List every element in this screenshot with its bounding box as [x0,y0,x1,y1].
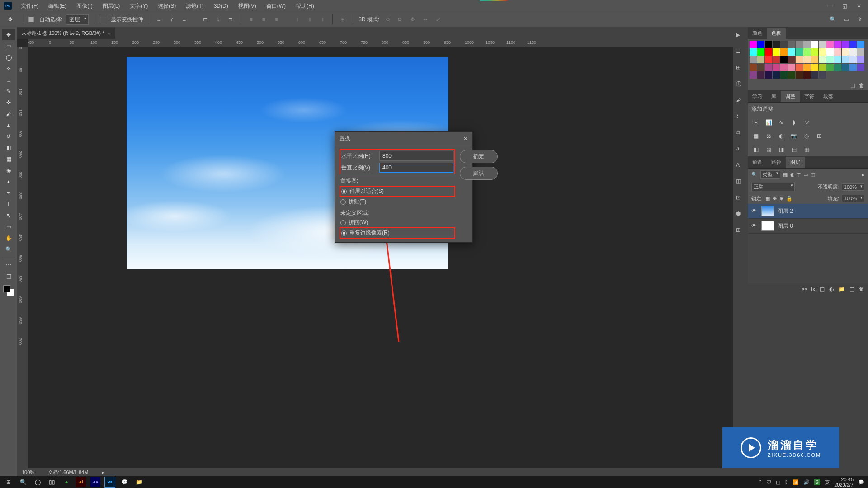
swatch[interactable] [834,41,841,48]
swatch[interactable] [819,48,826,56]
tab-layers[interactable]: 图层 [786,157,805,168]
swatch[interactable] [757,41,764,48]
swatch[interactable] [819,41,826,48]
swatch[interactable] [773,41,780,48]
clone-tool[interactable]: ▲ [2,119,15,131]
history-brush-tool[interactable]: ↺ [2,131,15,142]
swatch[interactable] [842,56,849,63]
paragraph-styles-icon[interactable]: A [736,162,745,171]
quick-mask[interactable]: ◫ [2,270,15,282]
marquee-tool[interactable]: ▭ [2,40,15,52]
swatch[interactable] [757,56,764,63]
filter-adjust-icon[interactable]: ◐ [790,172,795,178]
lock-pixels-icon[interactable]: ▦ [765,196,770,202]
gradient-tool[interactable]: ▦ [2,153,15,164]
search-icon[interactable]: 🔍 [828,15,837,23]
swatch[interactable] [803,56,811,63]
threshold-icon[interactable]: ◨ [777,145,786,154]
menu-image[interactable]: 图像(I) [72,0,97,12]
swatch[interactable] [750,56,757,63]
hue-icon[interactable]: ▦ [751,132,760,140]
notifications-icon[interactable]: 💬 [858,479,864,485]
swatch[interactable] [796,71,803,79]
swatch[interactable] [788,48,795,56]
window-minimize[interactable]: — [825,0,835,11]
swatch[interactable] [834,64,841,71]
3d-orbit-icon[interactable]: ⟲ [383,15,392,23]
radio-wrap[interactable] [340,220,346,225]
3d-slide-icon[interactable]: ↔ [421,15,430,23]
lock-all-icon[interactable]: 🔒 [786,196,793,202]
swatch[interactable] [811,56,818,63]
auto-select-dropdown[interactable]: 图层 [66,14,89,25]
zoom-level[interactable]: 100% [22,469,34,475]
distribute-top-icon[interactable]: ≡ [246,15,255,23]
swatch[interactable] [803,48,811,56]
new-layer-icon[interactable]: ◫ [849,286,854,292]
layer-thumbnail[interactable] [761,221,774,231]
filter-pixel-icon[interactable]: ▦ [783,172,788,178]
close-tab-icon[interactable]: × [108,31,110,36]
ok-button[interactable]: 确定 [460,150,498,163]
swatch[interactable] [811,41,818,48]
filter-toggle[interactable]: ● [861,172,864,178]
info-icon[interactable]: ⓘ [736,80,745,89]
tab-adjustments[interactable]: 调整 [781,91,800,102]
swatch[interactable] [849,64,857,71]
vibrance-icon[interactable]: ▽ [802,118,811,127]
layer-name[interactable]: 图层 2 [778,207,793,215]
bluetooth-icon[interactable]: ᛒ [785,479,788,485]
edit-toolbar[interactable]: ⋯ [2,259,15,270]
new-group-icon[interactable]: 📁 [838,286,845,292]
color-balance-icon[interactable]: ⚖ [764,132,773,140]
bw-icon[interactable]: ◐ [777,132,786,140]
align-bottom-icon[interactable]: ⫠ [180,15,189,23]
align-right-icon[interactable]: ⊐ [226,15,235,23]
wechat-icon[interactable]: 💬 [119,477,129,487]
lasso-tool[interactable]: ◯ [2,52,15,63]
play-icon[interactable]: ▶ [736,32,745,41]
swatch[interactable] [773,71,780,79]
curves-icon[interactable]: ∿ [777,118,786,127]
fill-value[interactable]: 100% [842,195,864,202]
swatch[interactable] [803,64,811,71]
swatch[interactable] [811,64,818,71]
new-adjustment-icon[interactable]: ◐ [829,286,834,292]
layer-row-layer0[interactable]: 👁 图层 0 [748,219,868,234]
swatch[interactable] [857,41,864,48]
lock-position-icon[interactable]: ✥ [773,196,777,202]
swatch[interactable] [819,71,826,79]
swatch[interactable] [750,41,757,48]
channels-strip-icon[interactable]: ⊡ [736,194,745,203]
security-icon[interactable]: 🛡 [766,479,771,485]
statusbar-arrow-icon[interactable]: ▸ [102,469,104,475]
swatch[interactable] [849,56,857,63]
swatch[interactable] [780,64,788,71]
3d-pan-icon[interactable]: ✥ [408,15,417,23]
clone-source-icon[interactable]: ⧉ [736,129,745,138]
swatch[interactable] [765,64,772,71]
swatch[interactable] [819,64,826,71]
tab-paths[interactable]: 路径 [767,157,786,168]
aftereffects-icon[interactable]: Ae [90,477,100,487]
brush-settings-icon[interactable]: 🖌 [736,97,745,106]
swatch[interactable] [834,56,841,63]
brushes-icon[interactable]: ⌇ [736,113,745,122]
radio-stretch[interactable] [341,189,347,194]
swatch[interactable] [803,41,811,48]
menu-window[interactable]: 窗口(W) [262,0,290,12]
tab-libraries[interactable]: 库 [767,91,781,102]
menu-filter[interactable]: 滤镜(T) [181,0,208,12]
tray-expand-icon[interactable]: ˄ [759,479,762,485]
align-vmid-icon[interactable]: ⫯ [167,15,176,23]
rectangle-tool[interactable]: ▭ [2,221,15,232]
type-tool[interactable]: T [2,198,15,210]
share-icon[interactable]: ⇪ [855,15,864,23]
explorer-icon[interactable]: 📁 [134,477,144,487]
distribute-left-icon[interactable]: ⦀ [292,15,302,23]
swatch[interactable] [842,48,849,56]
radio-repeat[interactable] [341,230,347,236]
distribute-bottom-icon[interactable]: ≡ [272,15,281,23]
swatch[interactable] [857,48,864,56]
crop-tool[interactable]: ⟂ [2,74,15,85]
